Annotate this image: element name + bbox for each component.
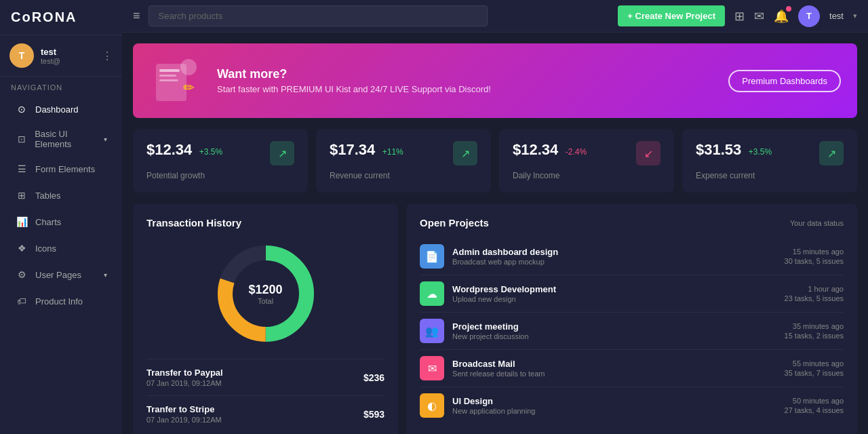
promo-banner: ✏ Want more? Start faster with PREMIUM U…: [133, 43, 857, 118]
project-name: Broadcast Mail: [452, 359, 784, 369]
project-name: Wordpress Development: [452, 284, 784, 294]
project-info: Wordpress Development Upload new design: [452, 284, 784, 303]
project-item[interactable]: 📄 Admin dashboard design Broadcast web a…: [420, 238, 844, 275]
project-desc: New project discussion: [452, 332, 784, 340]
bottom-row: Transaction History $1200: [133, 203, 857, 434]
stat-change: +3.5%: [749, 147, 772, 157]
stat-label: Potential growth: [146, 171, 294, 180]
project-info: Project meeting New project discussion: [452, 321, 784, 340]
project-meta: 35 minutes ago 15 tasks, 2 issues: [785, 322, 844, 340]
donut-sublabel: Total: [249, 297, 283, 305]
content-area: ✏ Want more? Start faster with PREMIUM U…: [122, 33, 868, 434]
sidebar-item-label: Basic UI Elements: [35, 129, 104, 149]
project-info: Broadcast Mail Sent release details to t…: [452, 359, 784, 378]
project-item[interactable]: 👥 Project meeting New project discussion…: [420, 313, 844, 350]
stat-label: Revenue current: [330, 171, 477, 180]
sidebar-nav: ⊙ Dashboard ⊡ Basic UI Elements ▾ ☰ Form…: [0, 96, 122, 315]
sidebar-item-dashboard[interactable]: ⊙ Dashboard: [4, 96, 118, 122]
grid-icon[interactable]: ⊞: [734, 9, 745, 24]
project-tasks: 35 tasks, 7 issues: [785, 369, 844, 377]
sidebar-item-label: Dashboard: [35, 104, 79, 115]
donut-amount: $1200: [249, 283, 283, 297]
project-tasks: 27 tasks, 4 issues: [785, 406, 844, 414]
user-pages-icon: ⚙: [15, 268, 28, 281]
donut-container: $1200 Total: [212, 239, 320, 348]
stat-card-2: $12.34 -2.4% ↙ Daily Income: [499, 129, 674, 193]
sidebar-item-label: Form Elements: [35, 164, 95, 174]
project-meta: 55 minutes ago 35 tasks, 7 issues: [785, 359, 844, 377]
stat-card-1: $17.34 +11% ↗ Revenue current: [316, 129, 491, 193]
stat-card-3: $31.53 +3.5% ↗ Expense current: [682, 129, 857, 193]
stat-change: +11%: [382, 147, 403, 157]
user-options-icon[interactable]: ⋮: [102, 50, 113, 62]
donut-label: $1200 Total: [249, 283, 283, 305]
sidebar-item-basic-ui[interactable]: ⊡ Basic UI Elements ▾: [4, 123, 118, 155]
project-meta: 50 minutes ago 27 tasks, 4 issues: [785, 397, 844, 414]
hamburger-icon[interactable]: ≡: [133, 9, 140, 23]
create-project-button[interactable]: + Create New Project: [618, 5, 725, 26]
product-info-icon: 🏷: [15, 294, 28, 308]
header-username[interactable]: test: [829, 11, 844, 21]
icons-icon: ❖: [15, 241, 28, 255]
avatar: T: [9, 43, 34, 68]
stats-row: $12.34 +3.5% ↗ Potential growth $17.34 +…: [133, 129, 857, 193]
app-logo: CoRONA: [0, 0, 122, 35]
stat-icon-box: ↙: [636, 141, 660, 165]
project-info: UI Design New application planning: [452, 396, 784, 415]
nav-section-label: Navigation: [0, 77, 122, 96]
project-name: Project meeting: [452, 321, 784, 332]
project-name: Admin dashboard design: [452, 247, 784, 257]
sidebar-item-user-pages[interactable]: ⚙ User Pages ▾: [4, 262, 118, 288]
project-icon: ✉: [420, 356, 444, 380]
stat-value: $12.34: [146, 141, 192, 158]
charts-icon: 📊: [15, 215, 28, 229]
stat-value: $31.53: [696, 141, 741, 158]
projects-status: Your data status: [790, 219, 844, 227]
main-area: ≡ + Create New Project ⊞ ✉ 🔔 T test ▾: [122, 0, 868, 434]
sidebar-item-tables[interactable]: ⊞ Tables: [4, 182, 118, 208]
transaction-history-title: Transaction History: [146, 217, 384, 229]
project-tasks: 30 tasks, 5 issues: [785, 257, 844, 265]
sidebar-item-form-elements[interactable]: ☰ Form Elements: [4, 156, 118, 182]
project-item[interactable]: ☁ Wordpress Development Upload new desig…: [420, 275, 844, 313]
search-bar: [149, 5, 488, 26]
transaction-item: Tranfer to Stripe 07 Jan 2019, 09:12AM $…: [146, 395, 384, 432]
mail-icon[interactable]: ✉: [754, 9, 764, 24]
svg-point-4: [180, 59, 197, 75]
search-input[interactable]: [149, 5, 488, 26]
project-tasks: 23 tasks, 5 issues: [785, 294, 844, 302]
premium-dashboards-button[interactable]: Premium Dashboards: [728, 70, 841, 92]
project-time: 50 minutes ago: [785, 397, 844, 405]
transaction-name: Tranfer to Stripe: [146, 404, 222, 414]
banner-illustration: ✏: [149, 57, 203, 104]
banner-text: Want more? Start faster with PREMIUM UI …: [217, 67, 491, 94]
stat-value: $12.34: [513, 141, 558, 158]
project-icon: ☁: [420, 281, 444, 306]
transaction-amount: $236: [363, 372, 384, 383]
stat-change: +3.5%: [199, 147, 222, 157]
chevron-down-icon: ▾: [104, 136, 107, 143]
svg-text:✏: ✏: [183, 80, 195, 95]
sidebar-item-product-info[interactable]: 🏷 Product Info: [4, 288, 118, 314]
stat-label: Expense current: [696, 171, 844, 180]
project-icon: ◐: [420, 393, 444, 418]
project-desc: Broadcast web app mockup: [452, 258, 784, 266]
sidebar-item-charts[interactable]: 📊 Charts: [4, 209, 118, 235]
sidebar: CoRONA T test test@ ⋮ Navigation ⊙ Dashb…: [0, 0, 122, 434]
header-avatar[interactable]: T: [798, 5, 820, 27]
header: ≡ + Create New Project ⊞ ✉ 🔔 T test ▾: [122, 0, 868, 33]
project-time: 1 hour ago: [785, 285, 844, 293]
project-item[interactable]: ✉ Broadcast Mail Sent release details to…: [420, 350, 844, 387]
banner-heading: Want more?: [217, 67, 491, 81]
transaction-list: Transfer to Paypal 07 Jan 2019, 09:12AM …: [146, 359, 384, 432]
projects-list: 📄 Admin dashboard design Broadcast web a…: [420, 238, 844, 424]
transaction-history-card: Transaction History $1200: [133, 203, 398, 434]
transaction-item: Transfer to Paypal 07 Jan 2019, 09:12AM …: [146, 359, 384, 395]
project-item[interactable]: ◐ UI Design New application planning 50 …: [420, 387, 844, 424]
transaction-name: Transfer to Paypal: [146, 368, 223, 378]
project-meta: 1 hour ago 23 tasks, 5 issues: [785, 285, 844, 302]
sidebar-item-label: Tables: [35, 191, 61, 201]
bell-icon[interactable]: 🔔: [774, 9, 789, 24]
project-desc: Sent release details to team: [452, 370, 784, 378]
sidebar-item-icons[interactable]: ❖ Icons: [4, 235, 118, 261]
